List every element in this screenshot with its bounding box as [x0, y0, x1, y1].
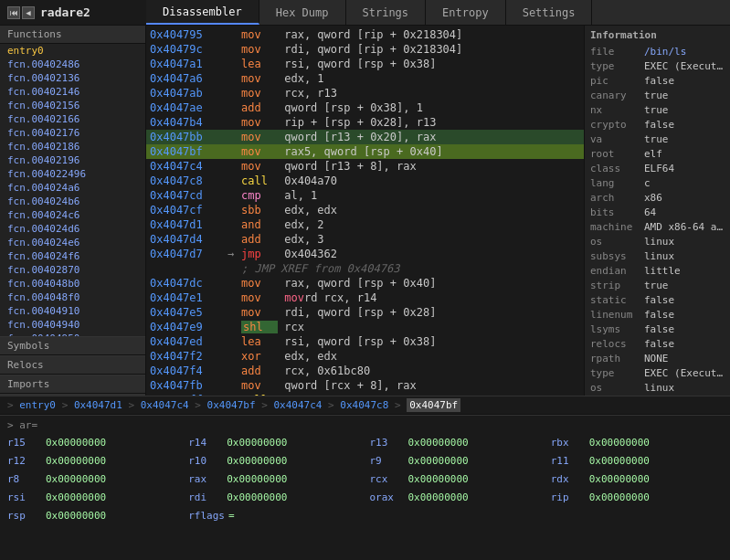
tab-bar: Disassembler Hex Dump Strings Entropy Se…	[146, 0, 730, 25]
disasm-line[interactable]: 0x4047f2 xor edx, edx	[146, 349, 584, 364]
reg-r11: r11 0x00000000	[551, 453, 723, 470]
breadcrumb-4047bf-current[interactable]: 0x4047bf	[407, 398, 460, 412]
disasm-line-highlighted[interactable]: 0x4047bb mov qword [r13 + 0x20], rax	[146, 130, 584, 144]
sidebar-item-fcn2[interactable]: fcn.00402136	[0, 71, 145, 85]
reg-r14: r14 0x00000000	[188, 435, 360, 451]
breadcrumb-4047d1[interactable]: 0x4047d1	[74, 399, 122, 411]
info-row-arch: archx86	[590, 191, 725, 206]
disasm-line[interactable]: 0x404795 mov rax, qword [rip + 0x218304]	[146, 27, 584, 42]
sidebar-item-fcn12[interactable]: fcn.004024c6	[0, 208, 145, 222]
bottom-panel: > ar= r15 0x00000000 r14 0x00000000 r13 …	[0, 415, 730, 560]
tab-strings[interactable]: Strings	[346, 0, 427, 25]
flags-section: Flags	[0, 395, 145, 396]
disasm-line[interactable]: 0x4047a1 lea rsi, qword [rsp + 0x38]	[146, 57, 584, 71]
disasm-line[interactable]: 0x4047d7 → jmp 0x404362	[146, 247, 584, 261]
disasm-line[interactable]: 0x4047fb mov qword [rcx + 8], rax	[146, 378, 584, 393]
imports-header[interactable]: Imports	[0, 375, 145, 394]
disasm-line[interactable]: 0x4047ff call 0x404a70	[146, 393, 584, 396]
info-row-lang: langc	[590, 176, 725, 191]
relocs-header[interactable]: Relocs	[0, 356, 145, 375]
sidebar-item-fcn17[interactable]: fcn.004048b0	[0, 277, 145, 291]
breadcrumb-entry0[interactable]: entry0	[19, 399, 56, 411]
flags-header[interactable]: Flags	[0, 395, 145, 396]
disasm-line[interactable]: 0x4047a6 mov edx, 1	[146, 71, 584, 86]
disasm-line[interactable]: 0x4047d1 and edx, 2	[146, 217, 584, 232]
logo-icons: ⏮ ◀	[7, 6, 35, 19]
info-row-file: file/bin/ls	[590, 45, 725, 59]
disasm-area[interactable]: 0x404795 mov rax, qword [rip + 0x218304]…	[146, 26, 584, 396]
sidebar-item-fcn3[interactable]: fcn.00402146	[0, 85, 145, 99]
info-row-linenum: linenumfalse	[590, 308, 725, 322]
sidebar: Functions entry0 fcn.00402486 fcn.004021…	[0, 26, 146, 396]
sidebar-item-fcn8[interactable]: fcn.00402196	[0, 153, 145, 167]
sidebar-item-fcn16[interactable]: fcn.00402870	[0, 263, 145, 277]
disasm-line[interactable]: 0x4047d4 add edx, 3	[146, 232, 584, 247]
reg-rdx: rdx 0x00000000	[551, 471, 723, 488]
info-row-pic: picfalse	[590, 74, 725, 89]
play-icon[interactable]: ◀	[22, 6, 35, 19]
info-row-canary: canarytrue	[590, 89, 725, 103]
disasm-line[interactable]: 0x40479c mov rdi, qword [rip + 0x218304]	[146, 42, 584, 57]
info-row-static: staticfalse	[590, 293, 725, 308]
disasm-line[interactable]: 0x4047cf sbb edx, edx	[146, 203, 584, 217]
sidebar-item-fcn18[interactable]: fcn.004048f0	[0, 291, 145, 304]
reg-rip: rip 0x00000000	[551, 490, 723, 506]
info-row-crypto: cryptofalse	[590, 118, 725, 132]
sidebar-item-fcn6[interactable]: fcn.00402176	[0, 126, 145, 140]
symbols-section: Symbols	[0, 337, 145, 356]
disasm-line[interactable]: 0x4047cd cmp al, 1	[146, 188, 584, 203]
disasm-line[interactable]: 0x4047dc mov rax, qword [rsp + 0x40]	[146, 276, 584, 291]
sidebar-item-fcn14[interactable]: fcn.004024e6	[0, 236, 145, 249]
rewind-icon[interactable]: ⏮	[7, 6, 20, 19]
main-layout: Functions entry0 fcn.00402486 fcn.004021…	[0, 26, 730, 396]
tab-settings[interactable]: Settings	[506, 0, 593, 25]
functions-section: Functions entry0 fcn.00402486 fcn.004021…	[0, 26, 145, 337]
tab-disassembler[interactable]: Disassembler	[146, 0, 259, 25]
reg-r10: r10 0x00000000	[188, 453, 360, 470]
sidebar-item-fcn5[interactable]: fcn.00402166	[0, 112, 145, 126]
breadcrumb-4047bf[interactable]: 0x4047bf	[207, 399, 256, 411]
disasm-line[interactable]: 0x4047b4 mov rip + [rsp + 0x28], r13	[146, 115, 584, 130]
sidebar-item-fcn9[interactable]: fcn.004022496	[0, 167, 145, 181]
sidebar-item-entry0[interactable]: entry0	[0, 44, 145, 58]
sidebar-item-fcn20[interactable]: fcn.00404940	[0, 318, 145, 332]
info-row-strip: striptrue	[590, 279, 725, 293]
disasm-line[interactable]: 0x4047ae add qword [rsp + 0x38], 1	[146, 100, 584, 115]
reg-rbx: rbx 0x00000000	[551, 435, 723, 451]
breadcrumb-4047c4[interactable]: 0x4047c4	[141, 399, 189, 411]
reg-r13: r13 0x00000000	[370, 435, 542, 451]
tab-entropy[interactable]: Entropy	[426, 0, 506, 25]
disasm-line[interactable]: 0x4047c4 mov qword [r13 + 8], rax	[146, 159, 584, 174]
info-row-va: vatrue	[590, 132, 725, 147]
breadcrumb-4047c4b[interactable]: 0x4047c4	[273, 399, 322, 411]
reg-rdi: rdi 0x00000000	[188, 490, 360, 506]
sidebar-item-fcn1[interactable]: fcn.00402486	[0, 58, 145, 71]
disasm-line[interactable]: 0x4047c8 call 0x404a70	[146, 174, 584, 188]
sidebar-item-fcn13[interactable]: fcn.004024d6	[0, 222, 145, 236]
sidebar-item-fcn15[interactable]: fcn.004024f6	[0, 249, 145, 263]
relocs-section: Relocs	[0, 356, 145, 375]
info-row-class: classELF64	[590, 162, 725, 176]
sidebar-item-fcn21[interactable]: fcn.00404950	[0, 332, 145, 336]
sidebar-item-fcn19[interactable]: fcn.00404910	[0, 304, 145, 318]
disasm-line[interactable]: 0x4047ed lea rsi, qword [rsp + 0x38]	[146, 334, 584, 349]
info-row-nx: nxtrue	[590, 103, 725, 118]
disasm-line[interactable]: 0x4047e5 mov rdi, qword [rsp + 0x28]	[146, 305, 584, 320]
info-panel: Information file/bin/ls typeEXEC (Execut…	[584, 26, 730, 396]
reg-rsi: rsi 0x00000000	[7, 490, 179, 506]
disasm-line[interactable]: 0x4047e1 mov movrd rcx, r14	[146, 291, 584, 305]
disasm-line-current[interactable]: 0x4047bf mov rax5, qword [rsp + 0x40]	[146, 144, 584, 159]
sidebar-item-fcn11[interactable]: fcn.004024b6	[0, 195, 145, 208]
disasm-line[interactable]: 0x4047f4 add rcx, 0x61bc80	[146, 364, 584, 378]
disasm-comment: ; JMP XREF from 0x404763	[146, 261, 584, 276]
breadcrumb-4047c8[interactable]: 0x4047c8	[340, 399, 388, 411]
symbols-header[interactable]: Symbols	[0, 337, 145, 355]
sidebar-item-fcn7[interactable]: fcn.00402186	[0, 140, 145, 153]
info-row-os2: oslinux	[590, 381, 725, 396]
sidebar-item-fcn4[interactable]: fcn.00402156	[0, 99, 145, 112]
registers-grid: r15 0x00000000 r14 0x00000000 r13 0x0000…	[7, 435, 723, 524]
disasm-line[interactable]: 0x4047e9 shl rcx	[146, 320, 584, 334]
tab-hex-dump[interactable]: Hex Dump	[259, 0, 346, 25]
sidebar-item-fcn10[interactable]: fcn.004024a6	[0, 181, 145, 195]
disasm-line[interactable]: 0x4047ab mov rcx, r13	[146, 86, 584, 100]
